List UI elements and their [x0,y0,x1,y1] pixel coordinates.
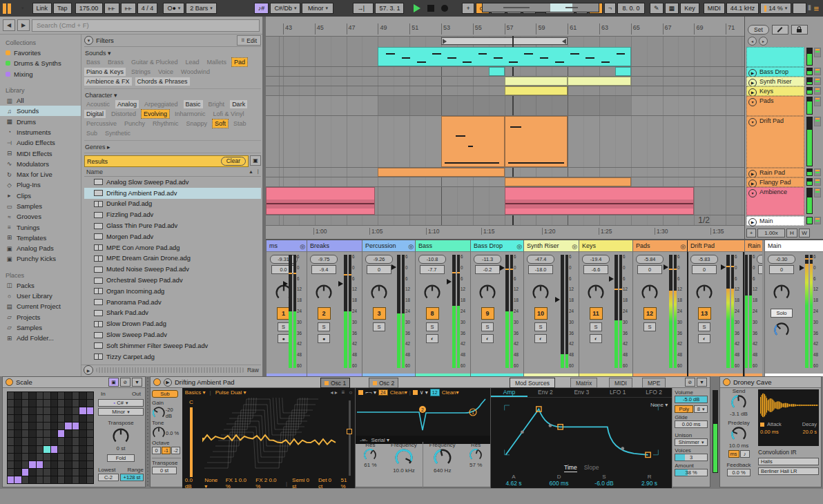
track-mini-controls[interactable] [814,48,821,57]
track-header-main[interactable]: ▶Main [746,216,804,226]
sounds-chip-woodwind[interactable]: Woodwind [179,68,212,76]
key-map-button[interactable]: Key [680,3,699,14]
character-chip-punchy[interactable]: Punchy [122,119,147,128]
sounds-filter-label[interactable]: Sounds ▾ [84,47,261,58]
follow-button[interactable]: →⎸ [353,3,374,14]
character-chip-soft[interactable]: Soft [213,119,228,128]
filter1-res-value[interactable]: 61 % [356,462,385,468]
clip-overview[interactable] [482,3,599,12]
env-time-tab[interactable]: Time [564,464,577,472]
character-chip-stab[interactable]: Stab [231,119,249,128]
sounds-chip-brass[interactable]: Brass [106,58,126,66]
link-button[interactable]: Link [32,3,52,14]
wavetable-on-toggle[interactable] [153,378,161,386]
scale-cell[interactable] [51,415,57,422]
arrangement-clip[interactable] [505,86,568,95]
scale-cell[interactable] [87,407,93,414]
sidebar-item-all[interactable]: ▥All [0,95,81,106]
beat-time-ruler[interactable]: 434547495153555759616365676971 [266,17,744,37]
volume-value[interactable]: 0 [769,265,794,274]
fader-handle[interactable] [664,264,668,270]
scale-cell[interactable] [8,476,14,483]
scale-cell[interactable] [58,454,64,461]
track-mini-controls[interactable] [814,178,821,186]
arrangement-clip[interactable] [505,177,631,186]
filters-collapse-icon[interactable]: ▼ [84,36,93,45]
scale-cell[interactable] [72,400,79,407]
scale-cell[interactable] [22,407,28,414]
scale-cell[interactable] [79,400,86,407]
arrangement-clip[interactable] [441,116,505,167]
filter1-freq-knob[interactable] [394,448,414,467]
result-item-glass-thin-pure-pad-adv[interactable]: Glass Thin Pure Pad.adv [84,220,261,231]
arrangement-clip[interactable] [378,47,630,66]
tap-button[interactable]: Tap [53,3,72,14]
scale-cell[interactable] [58,438,64,445]
env-tab-env-2[interactable]: Env 2 [527,388,563,397]
cpu-meter[interactable]: 14 %▾ [760,3,791,14]
character-chip-analog[interactable]: Analog [115,100,139,108]
wave-position-slider[interactable] [349,400,351,476]
filter1-type-icon[interactable]: ⌐¬ ▾ [365,389,376,396]
mixer-track-name[interactable]: Synth Riser◎ [524,240,579,251]
ir-attack-value[interactable]: 0.00 ms [760,429,779,435]
scale-cell[interactable] [87,392,93,399]
scale-cell[interactable] [22,469,28,476]
scale-cell[interactable] [65,476,71,483]
sidebar-item-clips[interactable]: ▸Clips [0,191,81,201]
scale-cell[interactable] [43,438,50,445]
filter2-freq-value[interactable]: 640 Hz [423,467,461,474]
scale-cell[interactable] [37,476,43,483]
scale-fold-button[interactable]: Fold [107,454,135,462]
scale-root-menu[interactable]: C#/Db▾ [270,3,300,14]
character-chip-arpeggiated[interactable]: Arpeggiated [142,100,180,108]
scale-cell[interactable] [87,415,93,422]
arrangement-clip[interactable] [505,187,695,215]
tab-midi[interactable]: MIDI [609,378,632,388]
scale-cell[interactable] [8,407,14,414]
collection-favorites[interactable]: Favorites [0,48,81,58]
mixer-track-name[interactable]: Rain P [745,240,762,251]
scale-grid[interactable] [7,391,94,484]
scale-cell[interactable] [43,446,50,453]
scale-name-menu[interactable]: Minor▾ [302,3,333,14]
scale-cell[interactable] [37,454,43,461]
tab-matrix[interactable]: Matrix [570,378,597,388]
arrangement-clip[interactable] [615,67,631,76]
osc-circle-icon[interactable]: ○ [349,389,353,396]
play-icon[interactable]: ▶ [748,170,757,178]
scale-cell[interactable] [72,476,79,483]
scale-cell[interactable] [87,446,93,453]
character-chip-inharmonic[interactable]: Inharmonic [173,110,208,118]
scale-cell[interactable] [37,469,43,476]
amp-envelope-display[interactable] [491,398,672,461]
scale-cell[interactable] [58,407,64,414]
filter2-freq-knob[interactable] [433,448,452,467]
volume-value[interactable]: -9.4 [311,265,336,274]
scale-cell[interactable] [51,438,57,445]
mixer-track-name[interactable]: Bass [416,240,470,251]
scale-cell[interactable] [29,454,35,461]
sounds-chip-lead[interactable]: Lead [184,58,202,66]
peak-value[interactable]: -9.75 [310,255,338,264]
scale-cell[interactable] [14,476,21,483]
scale-cell[interactable] [51,446,57,453]
scale-cell[interactable] [14,430,21,437]
track-activator-button[interactable]: 8 [426,307,439,320]
track-header-pads[interactable]: ▾Pads [746,96,804,116]
play-icon[interactable]: ▶ [748,180,757,188]
scale-cell[interactable] [8,461,14,468]
arrangement-position-field[interactable]: 57. 3. 1 [375,3,404,14]
monitor-button[interactable]: ◐ [698,334,710,343]
ir-file-menu[interactable]: Berliner Hall LR [758,467,819,475]
scale-cell[interactable] [22,430,28,437]
tab-osc1[interactable]: Osc 1 [320,378,350,388]
character-chip-dark[interactable]: Dark [230,100,247,108]
track-header-synth-riser[interactable]: ▶Synth Riser [746,77,804,86]
peak-value[interactable]: -10.8 [418,255,446,264]
scale-cell[interactable] [79,392,86,399]
sidebar-item-add-folder[interactable]: ⊞Add Folder... [0,333,81,343]
ir-shape-toggle[interactable] [760,423,764,427]
set-locators-button[interactable]: Set [748,25,769,35]
env-slope-tab[interactable]: Slope [584,464,599,472]
